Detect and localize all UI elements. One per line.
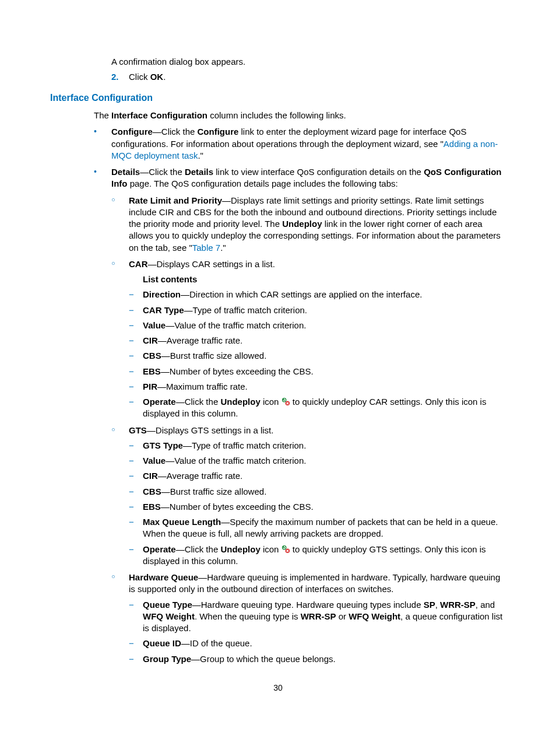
section-heading: Interface Configuration xyxy=(50,92,506,104)
step-list: 2.Click OK. xyxy=(111,71,506,83)
gts-cir: CIR—Average traffic rate. xyxy=(129,470,506,482)
confirm-text: A confirmation dialog box appears. xyxy=(111,56,506,68)
car-items: Direction—Direction in which CAR setting… xyxy=(129,289,506,419)
bullet-details: Details—Click the Details link to view i… xyxy=(94,166,506,665)
gts-cbs: CBS—Burst traffic size allowed. xyxy=(129,486,506,498)
lead-text: The Interface Configuration column inclu… xyxy=(94,110,506,121)
undeploy-icon xyxy=(281,545,290,554)
car-pir: PIR—Maximum traffic rate. xyxy=(129,381,506,393)
intro-block: A confirmation dialog box appears. 2.Cli… xyxy=(111,56,506,83)
link-table-7[interactable]: Table 7 xyxy=(192,243,220,253)
gts-value: Value—Value of the traffic match criteri… xyxy=(129,455,506,467)
car-type: CAR Type—Type of traffic match criterion… xyxy=(129,304,506,316)
svg-point-2 xyxy=(282,545,287,550)
main-bullets: Configure—Click the Configure link to en… xyxy=(94,126,506,665)
tab-gts: GTS—Displays GTS settings in a list. GTS… xyxy=(111,425,506,568)
gts-type: GTS Type—Type of traffic match criterion… xyxy=(129,440,506,452)
tab-hardware-queue: Hardware Queue—Hardware queuing is imple… xyxy=(111,572,506,665)
hq-items: Queue Type—Hardware queuing type. Hardwa… xyxy=(129,599,506,665)
page-content: A confirmation dialog box appears. 2.Cli… xyxy=(94,56,506,665)
gts-items: GTS Type—Type of traffic match criterion… xyxy=(129,440,506,567)
tabs-list: Rate Limit and Priority—Displays rate li… xyxy=(111,195,506,665)
bullet-configure: Configure—Click the Configure link to en… xyxy=(94,126,506,162)
tab-rate-limit: Rate Limit and Priority—Displays rate li… xyxy=(111,195,506,254)
gts-ebs: EBS—Number of bytes exceeding the CBS. xyxy=(129,501,506,513)
tab-car: CAR—Displays CAR settings in a list. Lis… xyxy=(111,258,506,420)
car-cbs: CBS—Burst traffic size allowed. xyxy=(129,350,506,362)
svg-point-0 xyxy=(282,398,287,402)
step-2: 2.Click OK. xyxy=(111,71,506,83)
hq-queue-type: Queue Type—Hardware queuing type. Hardwa… xyxy=(129,599,506,635)
undeploy-icon xyxy=(281,397,290,406)
gts-operate: Operate—Click the Undeploy icon to quick… xyxy=(129,544,506,568)
car-value: Value—Value of the traffic match criteri… xyxy=(129,320,506,331)
hq-group-type: Group Type—Group to which the queue belo… xyxy=(129,653,506,665)
car-cir: CIR—Average traffic rate. xyxy=(129,335,506,346)
car-direction: Direction—Direction in which CAR setting… xyxy=(129,289,506,300)
hq-queue-id: Queue ID—ID of the queue. xyxy=(129,638,506,649)
car-list-heading: List contents xyxy=(143,274,506,285)
car-ebs: EBS—Number of bytes exceeding the CBS. xyxy=(129,366,506,377)
car-operate: Operate—Click the Undeploy icon to quick… xyxy=(129,396,506,420)
gts-maxq: Max Queue Length—Specify the maximum num… xyxy=(129,516,506,540)
page-number: 30 xyxy=(50,682,506,694)
